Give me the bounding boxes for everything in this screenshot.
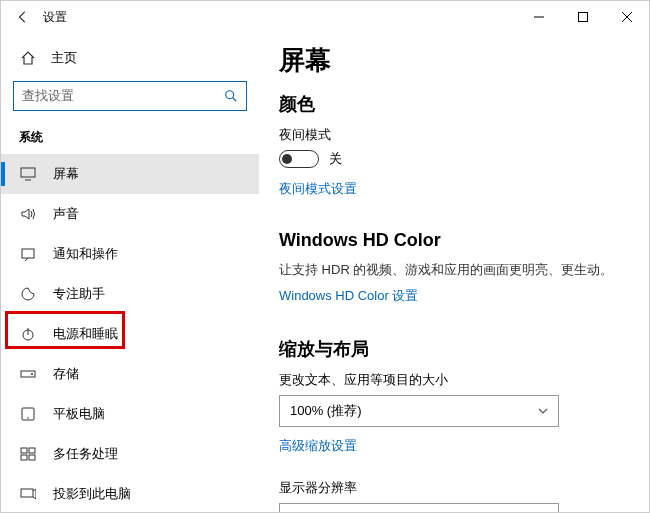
svg-point-14 <box>27 417 29 419</box>
storage-icon <box>19 368 37 380</box>
section-hdr-title: Windows HD Color <box>279 230 629 251</box>
sound-icon <box>19 207 37 221</box>
power-icon <box>19 326 37 342</box>
night-mode-settings-link[interactable]: 夜间模式设置 <box>279 180 357 198</box>
svg-point-4 <box>226 91 234 99</box>
sidebar-item-sound[interactable]: 声音 <box>1 194 259 234</box>
hdr-settings-link[interactable]: Windows HD Color 设置 <box>279 287 418 305</box>
hdr-description: 让支持 HDR 的视频、游戏和应用的画面更明亮、更生动。 <box>279 261 629 279</box>
svg-rect-16 <box>29 448 35 453</box>
nav-label: 声音 <box>53 205 79 223</box>
sidebar-item-display[interactable]: 屏幕 <box>1 154 259 194</box>
project-icon <box>19 487 37 501</box>
tablet-icon <box>19 407 37 421</box>
maximize-icon <box>578 12 588 22</box>
svg-rect-1 <box>579 13 588 22</box>
minimize-button[interactable] <box>517 1 561 33</box>
notifications-icon <box>19 247 37 261</box>
nav-label: 存储 <box>53 365 79 383</box>
toggle-knob <box>282 154 292 164</box>
svg-rect-6 <box>21 168 35 177</box>
nav-label: 屏幕 <box>53 165 79 183</box>
minimize-icon <box>534 12 544 22</box>
sidebar-item-multitask[interactable]: 多任务处理 <box>1 434 259 474</box>
sidebar: 主页 查找设置 系统 屏幕 声音 通知和操作 <box>1 33 259 512</box>
svg-rect-15 <box>21 448 27 453</box>
night-mode-label: 夜间模式 <box>279 126 629 144</box>
back-button[interactable] <box>9 3 37 31</box>
night-mode-state: 关 <box>329 150 342 168</box>
home-label: 主页 <box>51 49 77 67</box>
nav-label: 通知和操作 <box>53 245 118 263</box>
search-placeholder: 查找设置 <box>22 87 74 105</box>
chevron-down-icon <box>538 408 548 414</box>
svg-rect-18 <box>29 455 35 460</box>
advanced-scale-link[interactable]: 高级缩放设置 <box>279 437 357 455</box>
search-icon <box>224 89 238 103</box>
sidebar-item-storage[interactable]: 存储 <box>1 354 259 394</box>
focus-icon <box>19 286 37 302</box>
home-button[interactable]: 主页 <box>1 41 259 75</box>
close-icon <box>622 12 632 22</box>
resolution-label: 显示器分辨率 <box>279 479 629 497</box>
svg-point-12 <box>31 373 33 375</box>
titlebar: 设置 <box>1 1 649 33</box>
content-pane: 屏幕 颜色 夜间模式 关 夜间模式设置 Windows HD Color 让支持… <box>259 33 649 512</box>
window-title: 设置 <box>37 9 67 26</box>
multitask-icon <box>19 447 37 461</box>
sidebar-item-focus[interactable]: 专注助手 <box>1 274 259 314</box>
window-controls <box>517 1 649 33</box>
night-mode-toggle[interactable] <box>279 150 319 168</box>
nav-label: 投影到此电脑 <box>53 485 131 503</box>
svg-rect-8 <box>22 249 34 258</box>
nav-label: 专注助手 <box>53 285 105 303</box>
sidebar-item-project[interactable]: 投影到此电脑 <box>1 474 259 512</box>
resolution-value: 1920 × 1080 (推荐) <box>290 510 401 512</box>
section-scale-title: 缩放与布局 <box>279 337 629 361</box>
svg-rect-17 <box>21 455 27 460</box>
display-icon <box>19 167 37 181</box>
page-title: 屏幕 <box>279 43 629 78</box>
text-size-label: 更改文本、应用等项目的大小 <box>279 371 629 389</box>
sidebar-section-label: 系统 <box>1 121 259 154</box>
nav-label: 电源和睡眠 <box>53 325 118 343</box>
nav-list: 屏幕 声音 通知和操作 专注助手 电源和睡眠 存储 <box>1 154 259 512</box>
nav-label: 平板电脑 <box>53 405 105 423</box>
text-size-value: 100% (推荐) <box>290 402 362 420</box>
nav-label: 多任务处理 <box>53 445 118 463</box>
sidebar-item-notifications[interactable]: 通知和操作 <box>1 234 259 274</box>
sidebar-item-tablet[interactable]: 平板电脑 <box>1 394 259 434</box>
sidebar-item-power[interactable]: 电源和睡眠 <box>1 314 259 354</box>
resolution-dropdown[interactable]: 1920 × 1080 (推荐) <box>279 503 559 512</box>
search-input[interactable]: 查找设置 <box>13 81 247 111</box>
maximize-button[interactable] <box>561 1 605 33</box>
section-color-title: 颜色 <box>279 92 629 116</box>
text-size-dropdown[interactable]: 100% (推荐) <box>279 395 559 427</box>
svg-rect-19 <box>21 489 33 497</box>
svg-line-5 <box>233 98 237 102</box>
home-icon <box>19 50 37 66</box>
arrow-left-icon <box>16 10 30 24</box>
close-button[interactable] <box>605 1 649 33</box>
